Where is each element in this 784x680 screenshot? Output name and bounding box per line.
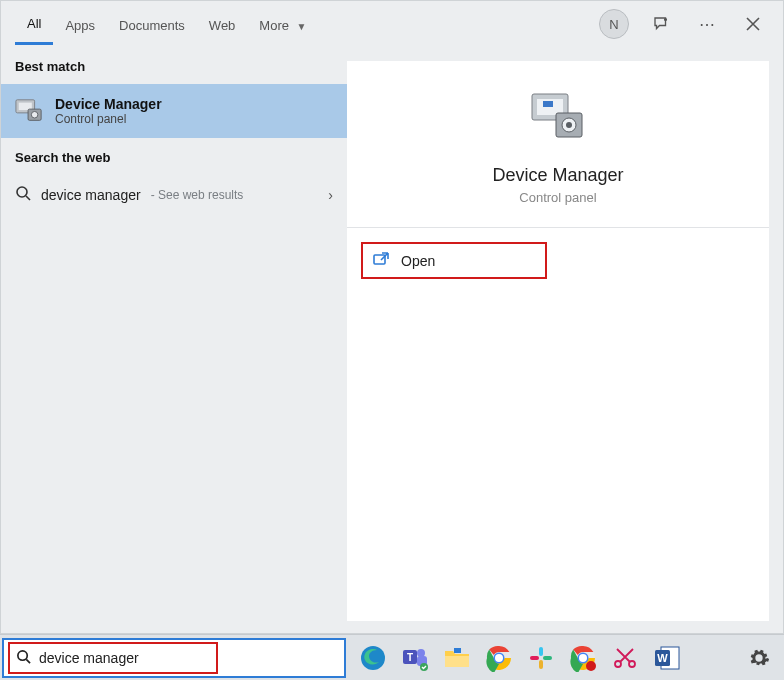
chevron-right-icon: › xyxy=(328,187,333,203)
svg-rect-20 xyxy=(445,656,469,667)
slack-icon[interactable] xyxy=(524,641,558,675)
search-web-label: Search the web xyxy=(1,138,347,175)
open-icon xyxy=(373,252,389,269)
svg-text:T: T xyxy=(407,652,413,663)
svg-rect-26 xyxy=(543,656,552,660)
svg-point-32 xyxy=(586,661,596,671)
svg-point-0 xyxy=(665,19,667,21)
search-input[interactable] xyxy=(39,650,199,666)
word-icon[interactable]: W xyxy=(650,641,684,675)
taskbar: T W xyxy=(0,634,784,680)
search-icon xyxy=(16,649,31,667)
open-label: Open xyxy=(401,253,435,269)
tab-more[interactable]: More ▼ xyxy=(247,5,318,44)
svg-rect-27 xyxy=(539,660,543,669)
details-title: Device Manager xyxy=(492,165,623,186)
svg-point-31 xyxy=(579,654,587,662)
divider xyxy=(347,227,769,228)
tab-more-label: More xyxy=(259,18,289,33)
taskbar-search[interactable] xyxy=(2,638,346,678)
best-match-item[interactable]: Device Manager Control panel xyxy=(1,84,347,138)
details-subtitle: Control panel xyxy=(519,190,596,205)
svg-point-11 xyxy=(566,122,572,128)
settings-gear-icon[interactable] xyxy=(742,641,776,675)
svg-rect-21 xyxy=(454,648,461,653)
search-panel: All Apps Documents Web More ▼ N ⋯ Best m… xyxy=(0,0,784,634)
tab-web[interactable]: Web xyxy=(197,5,248,44)
snip-icon[interactable] xyxy=(608,641,642,675)
results-column: Best match Device Manager Control panel … xyxy=(1,47,347,633)
svg-point-13 xyxy=(18,650,27,659)
search-icon xyxy=(15,185,31,205)
chrome-icon[interactable] xyxy=(482,641,516,675)
tabs-right: N ⋯ xyxy=(599,9,773,39)
edge-icon[interactable] xyxy=(356,641,390,675)
svg-text:W: W xyxy=(657,652,668,664)
svg-point-17 xyxy=(417,649,425,657)
teams-icon[interactable]: T xyxy=(398,641,432,675)
more-options-icon[interactable]: ⋯ xyxy=(693,10,721,38)
chrome-canary-icon[interactable] xyxy=(566,641,600,675)
svg-point-19 xyxy=(420,663,428,671)
web-result-item[interactable]: device manager - See web results › xyxy=(1,175,347,215)
taskbar-end xyxy=(742,641,776,675)
body: Best match Device Manager Control panel … xyxy=(1,47,783,633)
taskbar-search-highlight xyxy=(8,642,218,674)
web-result-query: device manager xyxy=(41,187,141,203)
svg-rect-28 xyxy=(530,656,539,660)
chevron-down-icon: ▼ xyxy=(297,21,307,32)
svg-rect-8 xyxy=(543,101,553,107)
feedback-icon[interactable] xyxy=(647,10,675,38)
tab-documents[interactable]: Documents xyxy=(107,5,197,44)
svg-rect-12 xyxy=(374,255,385,264)
best-match-title: Device Manager xyxy=(55,96,162,112)
close-icon[interactable] xyxy=(739,10,767,38)
svg-point-5 xyxy=(17,187,27,197)
tabs-row: All Apps Documents Web More ▼ N ⋯ xyxy=(1,1,783,47)
tab-apps[interactable]: Apps xyxy=(53,5,107,44)
web-result-hint: - See web results xyxy=(151,188,244,202)
open-action[interactable]: Open xyxy=(361,242,547,279)
best-match-subtitle: Control panel xyxy=(55,112,162,126)
user-avatar[interactable]: N xyxy=(599,9,629,39)
device-manager-icon xyxy=(15,97,43,125)
device-manager-hero-icon xyxy=(530,89,586,145)
best-match-label: Best match xyxy=(1,47,347,84)
svg-point-24 xyxy=(495,654,503,662)
svg-rect-25 xyxy=(539,647,543,656)
svg-point-4 xyxy=(31,111,38,118)
file-explorer-icon[interactable] xyxy=(440,641,474,675)
details-column: Device Manager Control panel Open xyxy=(347,47,783,633)
details-card: Device Manager Control panel Open xyxy=(347,61,769,621)
taskbar-apps: T W xyxy=(356,641,684,675)
tab-all[interactable]: All xyxy=(15,3,53,45)
best-match-text: Device Manager Control panel xyxy=(55,96,162,126)
